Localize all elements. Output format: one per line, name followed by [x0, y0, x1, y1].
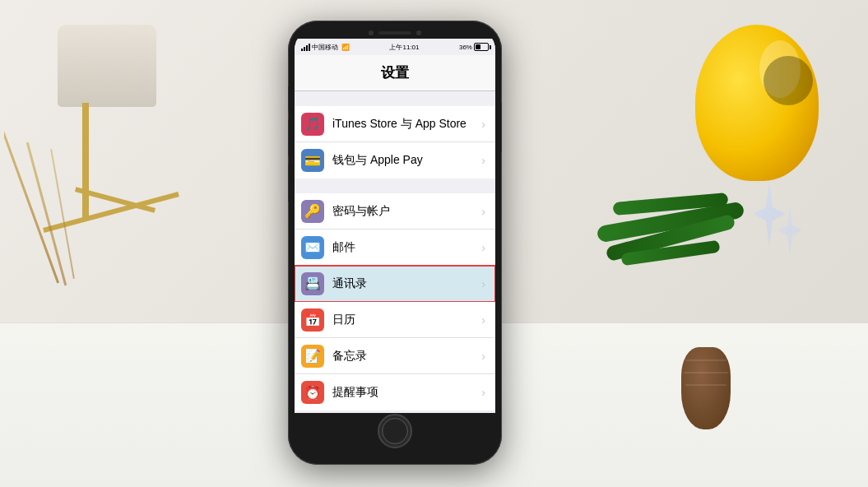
calendar-label: 日历	[332, 313, 481, 327]
contacts-chevron: ›	[481, 277, 485, 290]
section-spacer-3	[295, 410, 495, 413]
wallet-chevron: ›	[481, 154, 485, 167]
iphone-frame: 中国移动 📶 上午11:01 36% 设置	[288, 21, 502, 465]
iphone-screen: 中国移动 📶 上午11:01 36% 设置	[295, 39, 495, 413]
status-left: 中国移动 📶	[301, 43, 350, 52]
section-spacer-1	[295, 91, 495, 106]
status-time: 上午11:01	[389, 43, 419, 52]
contacts-label: 通讯录	[332, 276, 481, 291]
carrier-label: 中国移动	[312, 43, 338, 52]
passwords-label: 密码与帐户	[332, 204, 481, 219]
section-spacer-2	[295, 179, 495, 193]
golden-decor	[4, 123, 169, 370]
iphone-inner: 中国移动 📶 上午11:01 36% 设置	[295, 27, 495, 458]
mail-label: 邮件	[332, 240, 481, 255]
section-accounts: 🔑 密码与帐户 › ✉️ 邮件 › 📇 通讯录 ›	[295, 193, 495, 410]
settings-item-itunes[interactable]: 🎵 iTunes Store 与 App Store ›	[295, 106, 495, 142]
notes-label: 备忘录	[332, 349, 481, 364]
wifi-icon: 📶	[341, 44, 350, 51]
settings-item-contacts[interactable]: 📇 通讯录 ›	[295, 266, 495, 302]
home-button-ring	[382, 418, 408, 444]
settings-item-reminders[interactable]: ⏰ 提醒事项 ›	[295, 374, 495, 410]
itunes-label: iTunes Store 与 App Store	[332, 117, 481, 132]
status-bar: 中国移动 📶 上午11:01 36%	[295, 39, 495, 55]
settings-item-passwords[interactable]: 🔑 密码与帐户 ›	[295, 193, 495, 230]
settings-item-notes[interactable]: 📝 备忘录 ›	[295, 338, 495, 374]
mute-button	[288, 86, 289, 111]
wallet-icon: 💳	[301, 149, 324, 172]
signal-bars	[301, 43, 310, 51]
settings-list: 🎵 iTunes Store 与 App Store › 💳 钱包与 Apple…	[295, 91, 495, 413]
itunes-chevron: ›	[481, 118, 485, 131]
notes-chevron: ›	[481, 350, 485, 363]
pine-branch	[596, 181, 802, 346]
mail-chevron: ›	[481, 241, 485, 254]
volume-down-button	[288, 165, 289, 202]
volume-up-button	[288, 119, 289, 156]
home-button[interactable]	[378, 414, 412, 448]
battery-percent: 36%	[459, 44, 472, 51]
nav-title: 设置	[381, 63, 409, 82]
nav-bar: 设置	[295, 55, 495, 91]
settings-item-mail[interactable]: ✉️ 邮件 ›	[295, 230, 495, 266]
passwords-chevron: ›	[481, 205, 485, 218]
wallet-label: 钱包与 Apple Pay	[332, 153, 481, 168]
section-apps: 🎵 iTunes Store 与 App Store › 💳 钱包与 Apple…	[295, 106, 495, 179]
reminders-label: 提醒事项	[332, 385, 481, 400]
mail-icon: ✉️	[301, 236, 324, 259]
settings-item-wallet[interactable]: 💳 钱包与 Apple Pay ›	[295, 142, 495, 179]
camera-dot	[369, 30, 374, 35]
settings-item-calendar[interactable]: 📅 日历 ›	[295, 302, 495, 338]
pine-cone	[675, 347, 736, 438]
battery-icon	[474, 43, 489, 51]
contacts-icon: 📇	[301, 272, 324, 295]
calendar-icon: 📅	[301, 308, 324, 332]
passwords-icon: 🔑	[301, 200, 324, 223]
sensor-dot	[416, 30, 421, 35]
reminders-chevron: ›	[481, 386, 485, 399]
reminders-icon: ⏰	[301, 381, 324, 404]
notes-icon: 📝	[301, 345, 324, 368]
power-button	[501, 103, 502, 152]
yellow-vase	[687, 25, 827, 206]
itunes-icon: 🎵	[301, 113, 324, 136]
speaker-bar	[378, 31, 411, 35]
status-right: 36%	[459, 43, 489, 51]
calendar-chevron: ›	[481, 313, 485, 327]
top-speaker-bar	[295, 27, 495, 39]
